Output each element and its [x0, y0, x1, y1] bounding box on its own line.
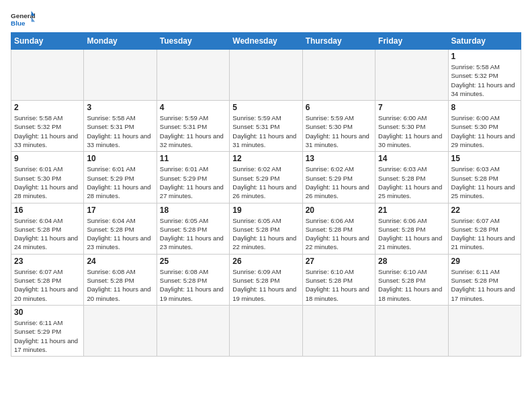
calendar-week-row-1: 1Sunrise: 5:58 AM Sunset: 5:32 PM Daylig…: [11, 50, 521, 101]
day-number: 18: [160, 205, 226, 215]
calendar-cell: [302, 50, 375, 101]
calendar-week-row-6: 30Sunrise: 6:11 AM Sunset: 5:29 PM Dayli…: [11, 305, 521, 356]
calendar-cell: 30Sunrise: 6:11 AM Sunset: 5:29 PM Dayli…: [11, 305, 84, 356]
weekday-header-monday: Monday: [84, 33, 157, 50]
weekday-header-thursday: Thursday: [302, 33, 375, 50]
calendar-week-row-2: 2Sunrise: 5:58 AM Sunset: 5:32 PM Daylig…: [11, 101, 521, 152]
calendar-cell: 14Sunrise: 6:03 AM Sunset: 5:28 PM Dayli…: [375, 152, 448, 203]
day-number: 10: [87, 154, 153, 163]
day-number: 12: [232, 154, 299, 163]
calendar-cell: 16Sunrise: 6:04 AM Sunset: 5:28 PM Dayli…: [11, 203, 84, 254]
day-info: Sunrise: 6:07 AM Sunset: 5:28 PM Dayligh…: [451, 216, 518, 252]
calendar-cell: [84, 305, 157, 356]
calendar-cell: 3Sunrise: 5:58 AM Sunset: 5:31 PM Daylig…: [84, 101, 157, 152]
calendar-week-row-5: 23Sunrise: 6:07 AM Sunset: 5:28 PM Dayli…: [11, 254, 521, 305]
weekday-header-saturday: Saturday: [448, 33, 521, 50]
day-info: Sunrise: 6:10 AM Sunset: 5:28 PM Dayligh…: [306, 267, 372, 303]
day-info: Sunrise: 6:01 AM Sunset: 5:30 PM Dayligh…: [14, 165, 81, 200]
calendar-cell: 22Sunrise: 6:07 AM Sunset: 5:28 PM Dayli…: [448, 203, 521, 254]
day-info: Sunrise: 5:59 AM Sunset: 5:31 PM Dayligh…: [232, 113, 299, 149]
page: General Blue SundayMondayTuesdayWednesda…: [0, 0, 532, 411]
day-number: 9: [14, 154, 81, 163]
calendar-cell: [230, 50, 302, 101]
calendar-cell: [11, 50, 84, 101]
day-number: 26: [232, 257, 299, 266]
calendar-cell: [157, 50, 229, 101]
day-info: Sunrise: 6:01 AM Sunset: 5:29 PM Dayligh…: [87, 165, 153, 200]
calendar-table: SundayMondayTuesdayWednesdayThursdayFrid…: [11, 32, 521, 357]
logo: General Blue: [11, 7, 35, 28]
day-info: Sunrise: 5:58 AM Sunset: 5:32 PM Dayligh…: [14, 113, 81, 149]
svg-text:Blue: Blue: [11, 19, 26, 27]
calendar-cell: 15Sunrise: 6:03 AM Sunset: 5:28 PM Dayli…: [448, 152, 521, 203]
day-number: 22: [451, 205, 518, 215]
calendar-cell: 27Sunrise: 6:10 AM Sunset: 5:28 PM Dayli…: [302, 254, 375, 305]
calendar-cell: 10Sunrise: 6:01 AM Sunset: 5:29 PM Dayli…: [84, 152, 157, 203]
generalblue-logo-icon: General Blue: [11, 9, 35, 28]
day-info: Sunrise: 6:08 AM Sunset: 5:28 PM Dayligh…: [160, 267, 226, 303]
calendar-cell: 11Sunrise: 6:01 AM Sunset: 5:29 PM Dayli…: [157, 152, 229, 203]
calendar-cell: [375, 50, 448, 101]
day-info: Sunrise: 5:59 AM Sunset: 5:31 PM Dayligh…: [160, 113, 226, 149]
day-number: 13: [306, 154, 372, 163]
calendar-cell: [157, 305, 229, 356]
day-info: Sunrise: 6:00 AM Sunset: 5:30 PM Dayligh…: [378, 113, 445, 149]
calendar-cell: 28Sunrise: 6:10 AM Sunset: 5:28 PM Dayli…: [375, 254, 448, 305]
calendar-cell: [230, 305, 302, 356]
calendar-cell: 19Sunrise: 6:05 AM Sunset: 5:28 PM Dayli…: [230, 203, 302, 254]
day-number: 7: [378, 103, 445, 112]
calendar-cell: 21Sunrise: 6:06 AM Sunset: 5:28 PM Dayli…: [375, 203, 448, 254]
calendar-cell: 9Sunrise: 6:01 AM Sunset: 5:30 PM Daylig…: [11, 152, 84, 203]
day-info: Sunrise: 6:08 AM Sunset: 5:28 PM Dayligh…: [87, 267, 153, 303]
calendar-cell: 29Sunrise: 6:11 AM Sunset: 5:28 PM Dayli…: [448, 254, 521, 305]
day-number: 25: [160, 257, 226, 266]
day-number: 24: [87, 257, 153, 266]
day-number: 6: [306, 103, 372, 112]
day-info: Sunrise: 6:11 AM Sunset: 5:28 PM Dayligh…: [451, 267, 518, 303]
day-info: Sunrise: 6:03 AM Sunset: 5:28 PM Dayligh…: [378, 165, 445, 200]
calendar-cell: 25Sunrise: 6:08 AM Sunset: 5:28 PM Dayli…: [157, 254, 229, 305]
weekday-header-tuesday: Tuesday: [157, 33, 229, 50]
day-info: Sunrise: 6:04 AM Sunset: 5:28 PM Dayligh…: [14, 216, 81, 252]
day-info: Sunrise: 6:03 AM Sunset: 5:28 PM Dayligh…: [451, 165, 518, 200]
day-number: 20: [306, 205, 372, 215]
day-info: Sunrise: 6:02 AM Sunset: 5:29 PM Dayligh…: [232, 165, 299, 200]
day-info: Sunrise: 6:01 AM Sunset: 5:29 PM Dayligh…: [160, 165, 226, 200]
day-info: Sunrise: 5:58 AM Sunset: 5:31 PM Dayligh…: [87, 113, 153, 149]
calendar-cell: 26Sunrise: 6:09 AM Sunset: 5:28 PM Dayli…: [230, 254, 302, 305]
calendar-cell: 8Sunrise: 6:00 AM Sunset: 5:30 PM Daylig…: [448, 101, 521, 152]
weekday-header-wednesday: Wednesday: [230, 33, 302, 50]
calendar-cell: 7Sunrise: 6:00 AM Sunset: 5:30 PM Daylig…: [375, 101, 448, 152]
day-info: Sunrise: 6:05 AM Sunset: 5:28 PM Dayligh…: [232, 216, 299, 252]
weekday-header-friday: Friday: [375, 33, 448, 50]
day-info: Sunrise: 6:02 AM Sunset: 5:29 PM Dayligh…: [306, 165, 372, 200]
calendar-cell: 4Sunrise: 5:59 AM Sunset: 5:31 PM Daylig…: [157, 101, 229, 152]
calendar-cell: 24Sunrise: 6:08 AM Sunset: 5:28 PM Dayli…: [84, 254, 157, 305]
day-info: Sunrise: 5:59 AM Sunset: 5:30 PM Dayligh…: [306, 113, 372, 149]
day-info: Sunrise: 6:00 AM Sunset: 5:30 PM Dayligh…: [451, 113, 518, 149]
calendar-week-row-3: 9Sunrise: 6:01 AM Sunset: 5:30 PM Daylig…: [11, 152, 521, 203]
calendar-cell: 5Sunrise: 5:59 AM Sunset: 5:31 PM Daylig…: [230, 101, 302, 152]
day-info: Sunrise: 6:04 AM Sunset: 5:28 PM Dayligh…: [87, 216, 153, 252]
day-number: 3: [87, 103, 153, 112]
calendar-cell: 23Sunrise: 6:07 AM Sunset: 5:28 PM Dayli…: [11, 254, 84, 305]
calendar-week-row-4: 16Sunrise: 6:04 AM Sunset: 5:28 PM Dayli…: [11, 203, 521, 254]
calendar-cell: 2Sunrise: 5:58 AM Sunset: 5:32 PM Daylig…: [11, 101, 84, 152]
day-number: 16: [14, 205, 81, 215]
day-number: 29: [451, 257, 518, 266]
day-number: 23: [14, 257, 81, 266]
day-number: 11: [160, 154, 226, 163]
day-number: 4: [160, 103, 226, 112]
header-area: General Blue: [11, 7, 521, 28]
day-info: Sunrise: 6:07 AM Sunset: 5:28 PM Dayligh…: [14, 267, 81, 303]
weekday-header-sunday: Sunday: [11, 33, 84, 50]
calendar-cell: 20Sunrise: 6:06 AM Sunset: 5:28 PM Dayli…: [302, 203, 375, 254]
calendar-cell: 17Sunrise: 6:04 AM Sunset: 5:28 PM Dayli…: [84, 203, 157, 254]
day-number: 15: [451, 154, 518, 163]
day-info: Sunrise: 6:10 AM Sunset: 5:28 PM Dayligh…: [378, 267, 445, 303]
calendar-cell: [375, 305, 448, 356]
day-number: 17: [87, 205, 153, 215]
calendar-cell: [448, 305, 521, 356]
day-info: Sunrise: 6:05 AM Sunset: 5:28 PM Dayligh…: [160, 216, 226, 252]
day-number: 8: [451, 103, 518, 112]
